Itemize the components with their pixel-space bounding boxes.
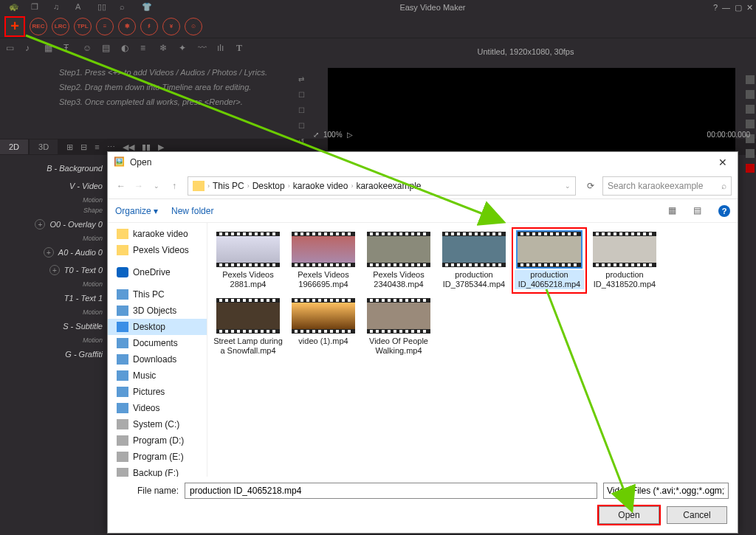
- file-item[interactable]: Street Lamp during a Snowfall.mp4: [212, 295, 284, 359]
- puzzle-icon[interactable]: ✦: [179, 43, 189, 53]
- crumb-karaoke[interactable]: karaoke video: [293, 181, 348, 191]
- side-icon[interactable]: [746, 75, 755, 84]
- track-text0[interactable]: T0 - Text 0: [64, 266, 103, 275]
- music-icon[interactable]: ♫: [53, 2, 63, 13]
- rec-button[interactable]: REC: [30, 18, 47, 35]
- crumb-dropdown-icon[interactable]: ⌄: [565, 182, 571, 190]
- tree-downloads[interactable]: Downloads: [108, 351, 207, 367]
- play-button[interactable]: ▶: [158, 142, 164, 152]
- crumb-desktop[interactable]: Desktop: [252, 181, 285, 191]
- side-icon-red[interactable]: [746, 164, 755, 173]
- contrast-icon[interactable]: ◐: [121, 43, 131, 53]
- tab-3d[interactable]: 3D: [30, 139, 58, 154]
- grid-icon-1[interactable]: ⊞: [66, 142, 73, 152]
- tree-onedrive[interactable]: OneDrive: [108, 264, 207, 280]
- organize-button[interactable]: Organize ▾: [115, 206, 158, 216]
- expand-icon[interactable]: ⤢: [313, 131, 319, 139]
- tree-karaoke-video[interactable]: karaoke video: [108, 226, 207, 242]
- crumb-example[interactable]: karaokeexample: [356, 181, 421, 191]
- play-icon[interactable]: ▷: [347, 131, 353, 139]
- text-icon[interactable]: A: [75, 2, 86, 13]
- grid-icon-3[interactable]: ≡: [94, 142, 99, 152]
- search-icon[interactable]: ⌕: [721, 181, 726, 191]
- tree-3d[interactable]: 3D Objects: [108, 303, 207, 319]
- grid-icon-2[interactable]: ⊟: [80, 142, 87, 152]
- circle-button-3[interactable]: ♯: [140, 18, 158, 35]
- filename-input[interactable]: [185, 483, 597, 499]
- track-graffiti[interactable]: G - Graffiti: [65, 350, 103, 359]
- nav-back-button[interactable]: ←: [114, 179, 128, 193]
- font-tool-icon[interactable]: Ŧ: [63, 43, 74, 53]
- circle-button-5[interactable]: ☺: [185, 18, 202, 35]
- tree-program-d[interactable]: Program (D:): [108, 432, 207, 449]
- tree-music[interactable]: Music: [108, 367, 207, 384]
- add-audio-button[interactable]: +: [44, 247, 54, 258]
- tree-program-e[interactable]: Program (E:): [108, 449, 207, 465]
- filetype-filter[interactable]: [603, 483, 729, 499]
- circle-button-1[interactable]: ≡: [96, 18, 114, 35]
- newfolder-button[interactable]: New folder: [171, 206, 213, 216]
- tree-system-c[interactable]: System (C:): [108, 416, 207, 432]
- tree-pictures[interactable]: Pictures: [108, 384, 207, 400]
- prev-icon[interactable]: ◀◀: [123, 142, 134, 152]
- tree-videos[interactable]: Videos: [108, 400, 207, 416]
- note-icon[interactable]: ♪: [25, 43, 35, 53]
- add-overlay-button[interactable]: +: [35, 219, 45, 229]
- file-item[interactable]: Pexels Videos 2881.mp4: [212, 229, 284, 292]
- file-item[interactable]: production ID_4318520.mp4: [588, 229, 661, 292]
- track-bg[interactable]: B - Background: [47, 164, 103, 173]
- image-icon[interactable]: ▦: [44, 43, 55, 53]
- refresh-button[interactable]: ⟳: [582, 177, 599, 195]
- file-item-selected[interactable]: production ID_4065218.mp4: [513, 229, 585, 292]
- add-text-button[interactable]: +: [49, 265, 60, 275]
- circle-button-4[interactable]: ¥: [162, 18, 180, 35]
- maximize-icon[interactable]: ▢: [735, 3, 742, 13]
- smile-icon[interactable]: ☺: [83, 43, 93, 53]
- layout-icon[interactable]: ▭: [6, 43, 16, 53]
- bars-icon[interactable]: ılı: [217, 43, 227, 53]
- file-item[interactable]: Pexels Videos 1966695.mp4: [287, 229, 360, 292]
- tree-documents[interactable]: Documents: [108, 335, 207, 351]
- file-item[interactable]: video (1).mp4: [287, 295, 360, 359]
- tree-pexels[interactable]: Pexels Videos: [108, 242, 207, 258]
- list-icon[interactable]: ≡: [140, 43, 151, 53]
- side-icon[interactable]: [746, 90, 755, 99]
- grid-icon-4[interactable]: ⋯: [107, 142, 115, 152]
- tab-2d[interactable]: 2D: [0, 139, 28, 154]
- tpl-button[interactable]: TPL: [74, 18, 92, 35]
- lrc-button[interactable]: LRC: [52, 18, 69, 35]
- track-overlay0[interactable]: O0 - Overlay 0: [49, 220, 103, 229]
- help-icon[interactable]: ?: [713, 3, 718, 12]
- tree-thispc[interactable]: This PC: [108, 286, 207, 303]
- brush-icon[interactable]: ⌕: [120, 2, 130, 13]
- search-input[interactable]: Search karaokeexample ⌕: [602, 176, 732, 196]
- minimize-icon[interactable]: —: [722, 3, 730, 12]
- side-icon[interactable]: [746, 149, 755, 158]
- add-media-button[interactable]: +: [4, 16, 25, 37]
- wave-icon[interactable]: 〰: [198, 43, 208, 53]
- side-icon[interactable]: [746, 105, 755, 114]
- preview-canvas[interactable]: [328, 68, 735, 156]
- open-button[interactable]: Open: [599, 506, 659, 524]
- dialog-close-button[interactable]: ✕: [714, 156, 732, 168]
- view-icons-button[interactable]: ▦: [668, 205, 680, 217]
- track-audio0[interactable]: A0 - Audio 0: [58, 248, 103, 257]
- track-text1[interactable]: T1 - Text 1: [64, 294, 103, 303]
- shirt-icon[interactable]: 👕: [142, 2, 152, 13]
- circle-button-2[interactable]: ✱: [118, 18, 136, 35]
- clone-icon[interactable]: ❐: [31, 2, 41, 13]
- nav-recent-button[interactable]: ⌄: [149, 179, 164, 193]
- nav-up-button[interactable]: ↑: [167, 179, 182, 193]
- snow-icon[interactable]: ❄: [159, 43, 170, 53]
- track-video[interactable]: V - Video: [69, 182, 103, 190]
- address-bar[interactable]: › This PC › Desktop › karaoke video › ka…: [188, 176, 576, 196]
- nav-forward-button[interactable]: →: [131, 179, 146, 193]
- book-icon[interactable]: ▯▯: [97, 2, 108, 13]
- view-list-button[interactable]: ▤: [693, 205, 705, 217]
- cancel-button[interactable]: Cancel: [667, 506, 727, 524]
- tree-backup-f[interactable]: Backup (F:): [108, 465, 207, 477]
- file-item[interactable]: Pexels Videos 2340438.mp4: [362, 229, 435, 292]
- t-icon[interactable]: T: [236, 43, 247, 53]
- file-item[interactable]: production ID_3785344.mp4: [438, 229, 510, 292]
- close-icon[interactable]: ✕: [746, 3, 753, 13]
